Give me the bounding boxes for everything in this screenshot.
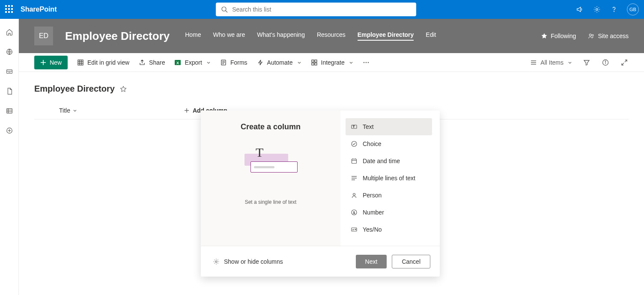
plus-icon [40, 60, 46, 66]
svg-point-0 [222, 7, 226, 11]
type-text[interactable]: T Text [346, 118, 432, 135]
svg-point-36 [367, 62, 369, 63]
text-icon: T [351, 123, 358, 130]
type-text-label: Text [363, 123, 374, 130]
number-icon: 1 [351, 209, 358, 216]
type-multiline-label: Multiple lines of text [363, 175, 415, 182]
svg-rect-32 [312, 63, 314, 65]
megaphone-icon[interactable] [575, 5, 584, 14]
nav-edit[interactable]: Edit [426, 31, 436, 41]
automate-icon [257, 59, 264, 66]
user-avatar[interactable]: GB [627, 3, 639, 15]
svg-point-61 [215, 261, 217, 262]
more-icon [363, 59, 370, 66]
svg-point-34 [363, 62, 364, 63]
favorite-button[interactable] [120, 86, 127, 92]
chevron-down-icon [349, 60, 353, 65]
show-hide-columns-button[interactable]: Show or hide columns [213, 258, 283, 265]
choice-icon [351, 140, 358, 147]
files-icon[interactable] [6, 87, 13, 95]
forms-button[interactable]: Forms [220, 59, 247, 66]
news-icon[interactable] [6, 68, 13, 75]
star-filled-icon [541, 33, 548, 39]
following-button[interactable]: Following [541, 33, 576, 39]
plus-icon [184, 108, 189, 113]
share-label: Share [149, 59, 165, 66]
grid-icon [77, 59, 84, 66]
type-choice-label: Choice [363, 140, 382, 147]
svg-rect-5 [6, 70, 12, 74]
svg-rect-19 [78, 60, 83, 65]
new-button[interactable]: New [34, 56, 68, 69]
svg-point-15 [590, 34, 592, 36]
automate-button[interactable]: Automate [257, 59, 301, 66]
list-icon [530, 59, 537, 66]
site-nav: Home Who we are What's happening Resourc… [185, 31, 436, 41]
nav-home[interactable]: Home [185, 31, 201, 41]
left-nav [0, 19, 19, 295]
export-button[interactable]: X Export [174, 59, 210, 66]
show-hide-label: Show or hide columns [224, 258, 283, 265]
column-type-illustration: T [243, 149, 298, 179]
chevron-down-icon [206, 60, 211, 65]
new-label: New [50, 59, 62, 66]
nav-resources[interactable]: Resources [317, 31, 346, 41]
integrate-button[interactable]: Integrate [311, 59, 353, 66]
cancel-button[interactable]: Cancel [392, 255, 430, 268]
person-icon [351, 192, 358, 199]
info-button[interactable] [601, 58, 610, 67]
app-name: SharePoint [21, 6, 57, 13]
type-multiline[interactable]: Multiple lines of text [346, 170, 432, 187]
home-icon[interactable] [6, 28, 13, 36]
filter-button[interactable] [582, 58, 591, 67]
column-header-title[interactable]: Title [59, 107, 77, 114]
app-launcher-icon[interactable] [5, 5, 14, 14]
search-box[interactable] [216, 3, 416, 16]
expand-icon [621, 59, 628, 66]
lists-icon[interactable] [6, 107, 13, 115]
svg-line-1 [226, 11, 227, 12]
view-selector[interactable]: All Items [530, 59, 572, 66]
gear-icon[interactable] [593, 5, 601, 14]
svg-point-55 [353, 194, 355, 196]
svg-point-47 [352, 141, 357, 146]
overflow-button[interactable] [363, 59, 370, 66]
nav-whats-happening[interactable]: What's happening [257, 31, 305, 41]
yesno-icon [351, 226, 358, 233]
type-yesno[interactable]: Yes/No [346, 221, 432, 238]
share-button[interactable]: Share [139, 59, 165, 66]
site-access-button[interactable]: Site access [588, 33, 629, 39]
next-button[interactable]: Next [356, 255, 387, 268]
filter-icon [583, 59, 590, 66]
svg-point-42 [605, 61, 605, 61]
svg-point-3 [614, 11, 614, 12]
list-title: Employee Directory [34, 84, 115, 94]
svg-point-16 [592, 35, 594, 36]
nav-who-we-are[interactable]: Who we are [213, 31, 245, 41]
export-label: Export [185, 59, 202, 66]
svg-point-2 [596, 9, 598, 11]
forms-label: Forms [230, 59, 247, 66]
create-column-panel: Create a column T Set a single line of t… [201, 110, 440, 277]
excel-icon: X [174, 59, 181, 66]
chevron-down-icon [297, 60, 301, 65]
svg-text:X: X [176, 61, 179, 65]
type-choice[interactable]: Choice [346, 135, 432, 152]
edit-grid-button[interactable]: Edit in grid view [77, 59, 129, 66]
type-person[interactable]: Person [346, 187, 432, 204]
chevron-down-icon [568, 60, 572, 65]
type-number[interactable]: 1 Number [346, 204, 432, 221]
add-icon[interactable] [6, 127, 13, 134]
site-name[interactable]: Employee Directory [65, 30, 170, 43]
calendar-icon [351, 158, 358, 164]
expand-button[interactable] [620, 58, 629, 67]
type-date[interactable]: Date and time [346, 152, 432, 170]
search-input[interactable] [232, 6, 411, 13]
svg-rect-48 [352, 159, 357, 164]
nav-employee-directory[interactable]: Employee Directory [358, 31, 414, 41]
share-icon [139, 59, 146, 66]
help-icon[interactable] [610, 5, 618, 14]
following-label: Following [551, 33, 576, 39]
globe-icon[interactable] [6, 48, 13, 56]
star-outline-icon [120, 86, 127, 92]
